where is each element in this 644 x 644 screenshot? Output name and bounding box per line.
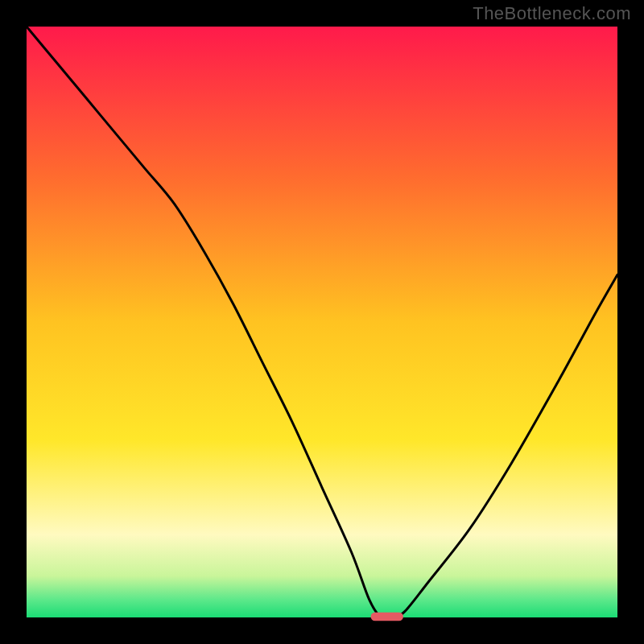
chart-frame: TheBottleneck.com <box>0 0 644 644</box>
watermark-text: TheBottleneck.com <box>473 3 631 24</box>
plot-background <box>27 27 617 617</box>
optimal-marker <box>371 613 403 621</box>
bottleneck-chart <box>0 0 644 644</box>
